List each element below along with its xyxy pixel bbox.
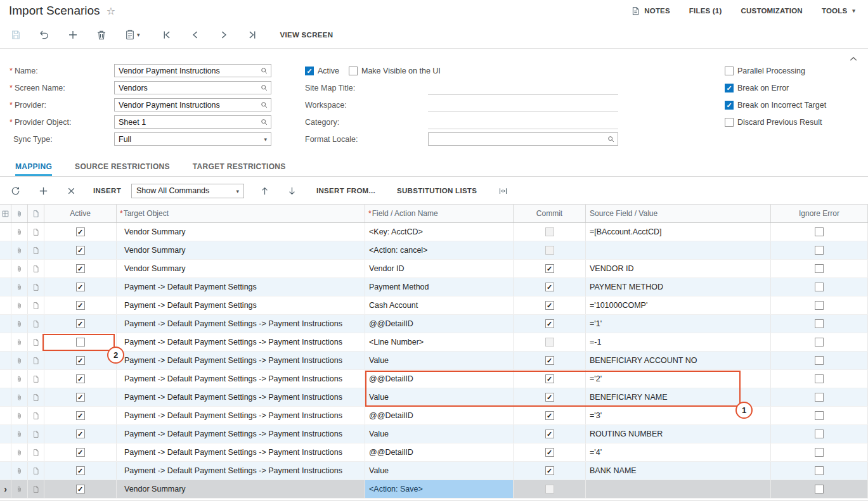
target-object-cell[interactable]: Payment -> Default Payment Settings -> P… <box>117 370 365 388</box>
undo-button[interactable] <box>39 29 50 41</box>
table-row[interactable]: Payment -> Default Payment Settings -> P… <box>0 370 868 388</box>
active-checkbox[interactable] <box>76 356 85 365</box>
customization-button[interactable]: CUSTOMIZATION <box>741 7 803 15</box>
target-object-cell[interactable]: Payment -> Default Payment Settings <box>117 278 365 296</box>
screen-name-input[interactable] <box>114 81 271 94</box>
field-action-cell[interactable]: Value <box>365 352 514 369</box>
row-attachment-button[interactable] <box>11 443 28 461</box>
row-note-button[interactable] <box>28 462 44 480</box>
row-attachment-button[interactable] <box>11 223 28 241</box>
row-attachment-button[interactable] <box>11 315 28 333</box>
view-screen-button[interactable]: VIEW SCREEN <box>280 31 334 39</box>
delete-record-button[interactable] <box>96 29 107 41</box>
header-active[interactable]: Active <box>44 205 117 222</box>
target-object-cell[interactable]: Vendor Summary <box>117 223 365 241</box>
table-row[interactable]: Payment -> Default Payment Settings -> P… <box>0 352 868 370</box>
field-action-cell[interactable]: Vendor ID <box>365 260 514 277</box>
commit-checkbox[interactable] <box>545 430 554 438</box>
field-action-cell[interactable]: @@DetailID <box>365 315 514 333</box>
row-attachment-button[interactable] <box>11 462 28 480</box>
source-field-cell[interactable]: ='2' <box>586 370 771 388</box>
break-on-error-checkbox[interactable] <box>725 84 734 92</box>
field-action-cell[interactable]: <Key: AcctCD> <box>365 223 514 241</box>
ignore-error-checkbox[interactable] <box>815 338 824 347</box>
row-note-button[interactable] <box>28 315 44 333</box>
row-note-button[interactable] <box>28 407 44 424</box>
commit-checkbox[interactable] <box>545 466 554 475</box>
active-checkbox[interactable] <box>76 319 85 328</box>
row-attachment-button[interactable] <box>11 388 28 406</box>
target-object-cell[interactable]: Vendor Summary <box>117 241 365 259</box>
row-note-button[interactable] <box>28 480 44 498</box>
active-checkbox[interactable] <box>76 466 85 475</box>
break-on-incorrect-target-checkbox[interactable] <box>725 101 734 110</box>
header-row-selector[interactable] <box>0 205 11 222</box>
make-visible-checkbox[interactable] <box>349 67 358 75</box>
active-checkbox[interactable] <box>76 374 85 383</box>
table-row[interactable]: Vendor Summary <Action: cancel> <box>0 241 868 260</box>
ignore-error-checkbox[interactable] <box>815 246 824 255</box>
commit-checkbox[interactable] <box>545 374 554 383</box>
table-row[interactable]: Vendor Summary Vendor ID VENDOR ID <box>0 260 868 278</box>
go-previous-button[interactable] <box>190 29 201 41</box>
row-attachment-button[interactable] <box>11 296 28 314</box>
discard-previous-result-checkbox[interactable] <box>725 118 734 127</box>
ignore-error-checkbox[interactable] <box>815 485 824 493</box>
table-row[interactable]: Vendor Summary <Key: AcctCD> =[BAccount.… <box>0 223 868 241</box>
active-checkbox[interactable] <box>76 448 85 457</box>
source-field-cell[interactable]: BENEFICIARY ACCOUNT NO <box>586 352 771 369</box>
row-note-button[interactable] <box>28 443 44 461</box>
header-commit[interactable]: Commit <box>514 205 586 222</box>
target-object-cell[interactable]: Payment -> Default Payment Settings -> P… <box>117 425 365 443</box>
row-attachment-button[interactable] <box>11 425 28 443</box>
row-attachment-button[interactable] <box>11 480 28 498</box>
row-note-button[interactable] <box>28 296 44 314</box>
row-note-button[interactable] <box>28 352 44 369</box>
field-action-cell[interactable]: @@DetailID <box>365 407 514 424</box>
ignore-error-checkbox[interactable] <box>815 430 824 438</box>
header-attachments[interactable] <box>11 205 28 222</box>
commit-checkbox[interactable] <box>545 338 554 347</box>
ignore-error-checkbox[interactable] <box>815 448 824 457</box>
source-field-cell[interactable]: ROUTING NUMBER <box>586 425 771 443</box>
tab-target-restrictions[interactable]: TARGET RESTRICTIONS <box>193 157 286 176</box>
lookup-icon[interactable] <box>260 67 268 75</box>
field-action-cell[interactable]: <Action: Save> <box>365 480 514 498</box>
target-object-cell[interactable]: Payment -> Default Payment Settings -> P… <box>117 388 365 406</box>
row-note-button[interactable] <box>28 241 44 259</box>
target-object-cell[interactable]: Payment -> Default Payment Settings <box>117 296 365 314</box>
active-checkbox[interactable] <box>76 430 85 438</box>
field-action-cell[interactable]: Value <box>365 388 514 406</box>
ignore-error-checkbox[interactable] <box>815 227 824 236</box>
move-row-up-button[interactable] <box>259 186 270 196</box>
row-attachment-button[interactable] <box>11 407 28 424</box>
target-object-cell[interactable]: Payment -> Default Payment Settings -> P… <box>117 462 365 480</box>
source-field-cell[interactable]: ='1' <box>586 315 771 333</box>
active-checkbox[interactable] <box>305 67 314 75</box>
active-checkbox[interactable] <box>76 246 85 255</box>
commit-checkbox[interactable] <box>545 319 554 328</box>
row-note-button[interactable] <box>28 370 44 388</box>
sync-type-dropdown[interactable]: Full ▾ <box>114 132 271 146</box>
provider-input[interactable] <box>114 98 271 111</box>
ignore-error-checkbox[interactable] <box>815 356 824 365</box>
format-locale-input[interactable] <box>428 132 618 146</box>
save-button[interactable] <box>10 29 22 41</box>
delete-row-button[interactable] <box>66 186 77 196</box>
source-field-cell[interactable]: =[BAccount.AcctCD] <box>586 223 771 241</box>
source-field-cell[interactable]: ='101000COMP' <box>586 296 771 314</box>
field-action-cell[interactable]: Cash Account <box>365 296 514 314</box>
ignore-error-checkbox[interactable] <box>815 264 824 273</box>
row-attachment-button[interactable] <box>11 241 28 259</box>
tab-mapping[interactable]: MAPPING <box>15 157 52 176</box>
lookup-icon[interactable] <box>260 101 268 109</box>
commands-dropdown[interactable]: Show All Commands ▾ <box>131 184 244 198</box>
table-row[interactable]: Payment -> Default Payment Settings -> P… <box>0 315 868 333</box>
field-action-cell[interactable]: Value <box>365 425 514 443</box>
add-record-button[interactable] <box>67 29 79 41</box>
row-attachment-button[interactable] <box>11 333 28 351</box>
source-field-cell[interactable]: BANK NAME <box>586 462 771 480</box>
row-note-button[interactable] <box>28 260 44 277</box>
ignore-error-checkbox[interactable] <box>815 283 824 291</box>
insert-button[interactable]: INSERT <box>93 187 121 194</box>
